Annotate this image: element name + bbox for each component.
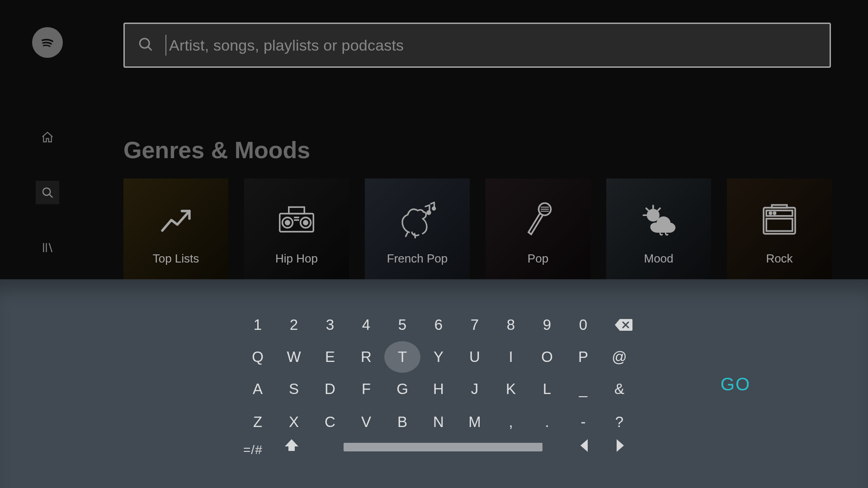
rooster-music-icon — [396, 200, 439, 240]
sidebar-item-library[interactable] — [36, 236, 59, 259]
key-1[interactable]: 1 — [240, 309, 276, 341]
key-v[interactable]: V — [348, 406, 384, 438]
key-a[interactable]: A — [240, 373, 276, 405]
key-b[interactable]: B — [384, 406, 420, 438]
key--[interactable]: - — [565, 406, 601, 438]
svg-point-1 — [43, 188, 50, 195]
key-r[interactable]: R — [348, 341, 384, 373]
spotify-icon — [38, 33, 57, 52]
key-space[interactable] — [344, 443, 542, 451]
tile-label: Pop — [528, 252, 548, 266]
boombox-icon — [277, 200, 316, 240]
search-bar[interactable] — [123, 23, 831, 68]
key-e[interactable]: E — [312, 341, 348, 373]
caret-right-icon — [615, 438, 626, 453]
sun-cloud-icon — [638, 200, 679, 240]
key-h[interactable]: H — [420, 373, 457, 405]
key-0[interactable]: 0 — [565, 309, 601, 341]
key-p[interactable]: P — [565, 341, 601, 373]
search-icon — [41, 186, 54, 199]
key-6[interactable]: 6 — [420, 309, 457, 341]
tile-label: French Pop — [387, 252, 448, 266]
key-o[interactable]: O — [529, 341, 565, 373]
shift-icon — [284, 438, 299, 452]
svg-rect-3 — [280, 214, 314, 232]
svg-point-14 — [647, 210, 659, 221]
key-y[interactable]: Y — [420, 341, 457, 373]
svg-point-8 — [304, 221, 308, 225]
key-9[interactable]: 9 — [529, 309, 565, 341]
spotify-logo — [32, 27, 63, 58]
svg-rect-4 — [289, 207, 304, 213]
tile-label: Top Lists — [153, 252, 199, 266]
tile-label: Mood — [644, 252, 673, 266]
tile-label: Rock — [766, 252, 793, 266]
key-.[interactable]: . — [529, 406, 565, 438]
key-,[interactable]: , — [493, 406, 529, 438]
key-_[interactable]: _ — [565, 373, 601, 405]
text-cursor — [165, 35, 166, 56]
library-icon — [41, 241, 54, 254]
key-3[interactable]: 3 — [312, 309, 348, 341]
tile-hip-hop[interactable]: Hip Hop — [244, 178, 349, 283]
svg-point-12 — [433, 207, 435, 210]
key-&[interactable]: & — [601, 373, 637, 405]
key-t[interactable]: T — [384, 341, 420, 373]
tile-mood[interactable]: Mood — [606, 178, 711, 283]
svg-point-19 — [774, 212, 776, 215]
key-n[interactable]: N — [420, 406, 457, 438]
app-root: Genres & Moods Top Lists — [0, 0, 868, 488]
key-8[interactable]: 8 — [493, 309, 529, 341]
key-i[interactable]: I — [493, 341, 529, 373]
tile-rock[interactable]: Rock — [727, 178, 832, 283]
key-k[interactable]: K — [493, 373, 529, 405]
key-2[interactable]: 2 — [276, 309, 312, 341]
key-cursor-right[interactable] — [615, 438, 626, 455]
tile-top-lists[interactable]: Top Lists — [123, 178, 228, 283]
key-z[interactable]: Z — [240, 406, 276, 438]
key-symbols[interactable]: =/# — [243, 443, 263, 457]
key-shift[interactable] — [284, 438, 299, 454]
search-input[interactable] — [169, 37, 817, 54]
key-s[interactable]: S — [276, 373, 312, 405]
home-icon — [41, 131, 54, 144]
amplifier-icon — [761, 200, 798, 240]
trend-up-icon — [158, 200, 194, 240]
key-?[interactable]: ? — [601, 406, 637, 438]
tile-label: Hip Hop — [275, 252, 318, 266]
key-w[interactable]: W — [276, 341, 312, 373]
key-l[interactable]: L — [529, 373, 565, 405]
sidebar-item-search[interactable] — [36, 181, 59, 204]
tile-pop[interactable]: Pop — [486, 178, 590, 283]
sidebar-nav — [36, 126, 59, 259]
svg-rect-17 — [766, 219, 793, 231]
key-@[interactable]: @ — [601, 341, 637, 373]
genre-tiles: Top Lists Hip Hop — [123, 178, 832, 283]
key-x[interactable]: X — [276, 406, 312, 438]
caret-left-icon — [579, 438, 590, 453]
key-q[interactable]: Q — [240, 341, 276, 373]
svg-rect-20 — [772, 205, 787, 208]
key-d[interactable]: D — [312, 373, 348, 405]
key-g[interactable]: G — [384, 373, 420, 405]
key-u[interactable]: U — [457, 341, 493, 373]
microphone-icon — [522, 200, 554, 240]
key-backspace[interactable] — [606, 309, 642, 341]
key-4[interactable]: 4 — [348, 309, 384, 341]
key-j[interactable]: J — [457, 373, 493, 405]
svg-rect-15 — [764, 208, 795, 234]
key-5[interactable]: 5 — [384, 309, 420, 341]
svg-point-11 — [427, 211, 430, 214]
svg-point-7 — [286, 221, 290, 225]
key-go[interactable]: GO — [721, 374, 750, 394]
sidebar-item-home[interactable] — [36, 126, 59, 149]
key-c[interactable]: C — [312, 406, 348, 438]
tile-french-pop[interactable]: French Pop — [365, 178, 470, 283]
key-f[interactable]: F — [348, 373, 384, 405]
key-m[interactable]: M — [457, 406, 493, 438]
key-7[interactable]: 7 — [457, 309, 493, 341]
backspace-icon — [614, 318, 633, 332]
svg-point-18 — [769, 212, 772, 215]
search-icon — [137, 36, 154, 54]
key-cursor-left[interactable] — [579, 438, 590, 455]
